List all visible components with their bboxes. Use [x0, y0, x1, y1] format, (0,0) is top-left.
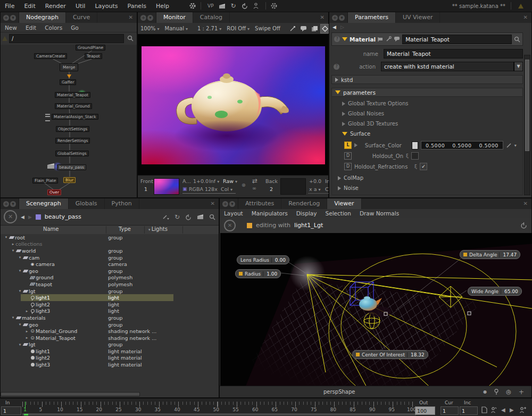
scrollbar[interactable] — [524, 55, 530, 195]
action-dropdown[interactable]: create with kstd material — [381, 62, 514, 71]
menu-render[interactable]: Render — [40, 3, 71, 10]
menu-file[interactable]: File — [0, 3, 19, 10]
warning-icon[interactable] — [518, 4, 523, 9]
help-icon[interactable]: ? — [334, 36, 340, 42]
tree-row-geo[interactable]: ▾geogroup — [1, 268, 219, 274]
front-channels[interactable]: RGBA 128x — [189, 186, 218, 192]
refresh-icon[interactable]: ↻ — [174, 213, 180, 221]
chevron-down-icon[interactable]: ▾ — [514, 143, 517, 148]
swap-icon[interactable]: ⇄ — [252, 177, 257, 185]
close-icon[interactable]: ✕ — [520, 198, 531, 209]
column-name[interactable]: Name — [43, 226, 59, 232]
vw-menu-layout[interactable]: Layout — [220, 210, 247, 217]
panel-controls[interactable]: +▾ — [1, 198, 19, 209]
vw-menu-display[interactable]: Display — [292, 210, 321, 217]
scrollbar[interactable] — [1, 392, 140, 396]
node-rendersettings[interactable]: RenderSettings — [55, 138, 90, 144]
plus-icon[interactable]: + — [519, 388, 524, 396]
in-field[interactable] — [1, 406, 21, 415]
holdout-on-checkbox[interactable] — [411, 152, 419, 160]
tab-parameters[interactable]: Parameters — [348, 12, 396, 23]
refresh-icon[interactable]: ↻ — [228, 2, 239, 10]
back-exposure[interactable]: +0.0 — [309, 178, 321, 184]
ratio-select[interactable]: 1 : 2.71 — [195, 26, 224, 31]
back-icon[interactable]: ◀ — [332, 24, 336, 30]
node-materialassign[interactable]: MaterialAssign_Stack — [52, 114, 98, 120]
menu-layouts[interactable]: Layouts — [90, 3, 122, 10]
tree-row-light2[interactable]: light2light — [1, 301, 219, 308]
tree-row-world[interactable]: ▾worldgroup — [1, 247, 219, 254]
flag-icon[interactable] — [378, 37, 384, 42]
tree-row-materials[interactable]: ▾materialsgroup — [1, 314, 219, 321]
slate-icon[interactable] — [216, 3, 228, 9]
close-icon[interactable]: ✕ — [207, 198, 219, 209]
ng-menu-go[interactable]: Go — [66, 24, 83, 31]
menu-panels[interactable]: Panels — [123, 3, 151, 10]
node-objectsettings[interactable]: ObjectSettings — [56, 126, 89, 132]
panel-controls[interactable]: +▾ — [329, 12, 348, 23]
name-value-input[interactable] — [384, 49, 523, 59]
node-merge[interactable]: Merge — [60, 63, 78, 71]
scroll-strip[interactable] — [22, 414, 416, 415]
group-global-texture-options[interactable]: Global Texture Options — [342, 101, 408, 106]
node-material-ground[interactable]: Material_Ground — [55, 103, 92, 109]
front-thumbnail[interactable] — [154, 178, 179, 195]
tree-row-material-teapot[interactable]: ▸⊙Material_Teapotshading network ... — [1, 335, 219, 342]
front-exposure[interactable]: 1+0.0 — [193, 178, 209, 184]
hud-wide-angle[interactable]: Wide Angle65.00 — [468, 287, 522, 296]
front-meta[interactable]: A… — [182, 178, 191, 184]
clear-view-icon[interactable]: ✕ — [4, 210, 17, 223]
tab-scenegraph[interactable]: Scenegraph — [19, 198, 69, 209]
search-icon[interactable] — [514, 36, 520, 43]
slate-icon[interactable] — [197, 214, 204, 220]
tab-monitor[interactable]: Monitor — [156, 12, 193, 23]
link-icon[interactable]: ∞ — [252, 185, 256, 191]
node-name-input[interactable] — [402, 35, 512, 44]
local-badge[interactable]: L — [344, 142, 352, 149]
panel-controls[interactable]: +▾ — [1, 12, 19, 23]
hud-lens-radius[interactable]: Lens Radius0.00 — [237, 255, 289, 264]
pen-icon[interactable] — [506, 143, 512, 148]
swipe-select[interactable]: Swipe Off — [252, 26, 283, 31]
lock-icon[interactable]: ▣ — [182, 186, 187, 192]
tab-globals[interactable]: Globals — [69, 198, 105, 209]
ng-menu-new[interactable]: New — [1, 24, 21, 31]
clear-front-icon[interactable]: ⊗ — [242, 182, 246, 188]
vw-menu-manipulators[interactable]: Manipulators — [247, 210, 292, 217]
out-field[interactable] — [415, 406, 435, 415]
power-icon[interactable] — [239, 3, 251, 9]
vw-menu-selection[interactable]: Selection — [321, 210, 355, 217]
color-values[interactable]: 0.5000 0.5000 0.5000 — [421, 141, 503, 149]
tree-row-teapot[interactable]: teapotpolymesh — [1, 281, 219, 288]
render-view[interactable] — [138, 34, 328, 177]
tree-row-light1-selected[interactable]: light1light — [1, 294, 219, 301]
wrench-icon[interactable] — [386, 36, 392, 42]
tree-row-ground[interactable]: groundpolymesh — [1, 274, 219, 281]
tab-renderlog[interactable]: RenderLog — [281, 198, 327, 209]
menu-help[interactable]: Help — [151, 3, 174, 10]
eyedropper-icon[interactable] — [287, 26, 298, 32]
tree-row-lgt[interactable]: ▾lgtgroup — [1, 288, 219, 295]
node-gaffer[interactable]: Gaffer — [60, 79, 76, 85]
close-icon[interactable]: ✕ — [125, 12, 137, 23]
node-groundplane[interactable]: GroundPlane — [76, 45, 105, 51]
node-search-input[interactable] — [9, 34, 124, 43]
comment-icon[interactable] — [298, 26, 309, 32]
node-blur[interactable]: Blur — [63, 177, 76, 183]
power-icon[interactable] — [185, 214, 192, 220]
hud-radius[interactable]: Radius1.00 — [235, 269, 281, 278]
forward-icon[interactable]: ▷ — [340, 24, 344, 30]
vp-toggle[interactable]: VP — [205, 3, 216, 9]
tab-curve[interactable]: Curve — [66, 12, 97, 23]
column-type[interactable]: Type — [119, 226, 131, 232]
tree-row-light3[interactable]: ▸light3light — [1, 308, 219, 315]
update-mode-select[interactable]: Manual — [162, 26, 190, 31]
help-icon[interactable]: ? — [334, 64, 339, 70]
frame-ruler[interactable]: 1 5 10 15 20 25 30 35 40 45 50 55 60 65 … — [22, 402, 416, 414]
group-surface[interactable]: Surface — [342, 131, 370, 137]
front-col[interactable]: Col — [221, 186, 232, 192]
chevron-down-icon[interactable]: ▼ — [514, 62, 523, 71]
column-lights[interactable]: ▾ Lights — [148, 226, 168, 232]
tab-nodegraph[interactable]: Nodegraph — [19, 12, 66, 23]
tab-attributes[interactable]: Attributes — [238, 198, 281, 209]
